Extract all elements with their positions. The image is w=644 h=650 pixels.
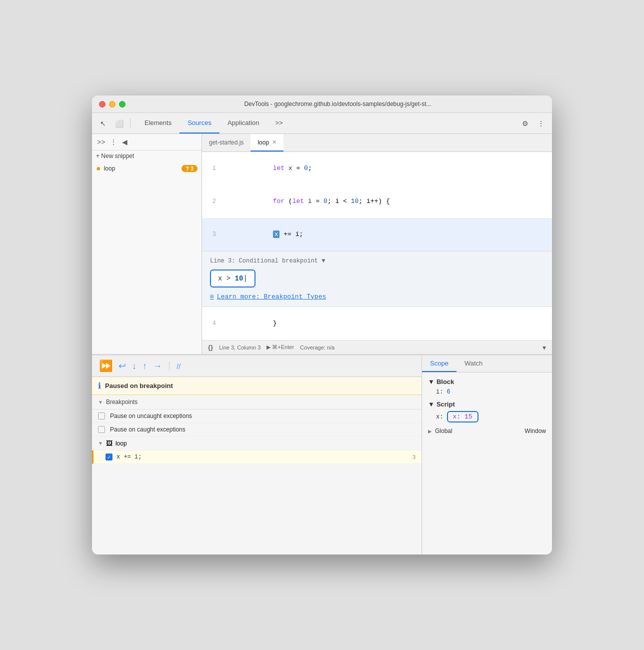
breakpoint-file-header[interactable]: ▼ 🖼 loop [92, 436, 422, 450]
scope-var-i: i: 6 [428, 387, 546, 397]
step-into-button[interactable]: ↓ [131, 360, 138, 372]
devtools-window: DevTools - googlechrome.github.io/devtoo… [92, 96, 552, 554]
breakpoint-code: x += i; [116, 454, 408, 460]
header-right: ⚙ ⋮ [518, 116, 548, 130]
tab-close-icon[interactable]: ✕ [272, 139, 276, 146]
cursor-position: Line 3, Column 3 [219, 344, 260, 350]
run-button[interactable]: ▶ ⌘+Enter [266, 344, 294, 350]
file-icon: ● [96, 164, 101, 173]
x-value-box: x: 15 [447, 411, 478, 422]
bottom-panel: ⏩ ↩ ↓ ↑ → // ℹ Paused on breakpoint ▼ Br… [92, 354, 552, 554]
pause-uncaught-label: Pause on uncaught exceptions [110, 412, 192, 420]
breakpoint-line-num: 3 [412, 454, 416, 460]
scope-tabs: Scope Watch [422, 356, 552, 372]
devtools-header: ↖ ⬜ Elements Sources Application >> ⚙ ⋮ [92, 113, 552, 134]
step-over-button[interactable]: ↩ [118, 360, 127, 372]
pause-uncaught-checkbox[interactable] [98, 412, 105, 420]
code-line-1: 1 let x = 0; [202, 152, 552, 185]
line-number-2: 2 [202, 196, 222, 207]
coverage-label: Coverage: n/a [300, 344, 334, 350]
pause-uncaught-item[interactable]: Pause on uncaught exceptions [92, 410, 422, 423]
step-out-button[interactable]: ↑ [142, 360, 148, 372]
breakpoint-popup: Line 3: Conditional breakpoint ▼ x > 10|… [202, 251, 552, 307]
coverage-dropdown[interactable]: ▾ [542, 344, 546, 352]
info-icon: ℹ [98, 381, 101, 390]
pause-caught-item[interactable]: Pause on caught exceptions [92, 423, 422, 436]
format-braces[interactable]: {} [208, 344, 213, 351]
file-name: loop [104, 165, 178, 172]
resume-button[interactable]: ⏩ [98, 358, 114, 374]
code-line-4: 4 } [202, 307, 552, 340]
status-bar: {} Line 3, Column 3 ▶ ⌘+Enter Coverage: … [202, 340, 552, 354]
tab-scope[interactable]: Scope [422, 356, 456, 372]
new-snippet-button[interactable]: + New snippet [92, 150, 202, 162]
scope-content: ▼ Block i: 6 ▼ Script x: [422, 372, 552, 440]
line-number-1: 1 [202, 163, 222, 174]
pause-caught-label: Pause on caught exceptions [110, 426, 186, 433]
code-line-3: 3 x += i; [202, 218, 552, 251]
scope-section-title-script[interactable]: ▼ Script [428, 399, 546, 410]
global-value: Window [524, 428, 546, 434]
scope-section-script: ▼ Script x: x: 15 [428, 399, 546, 424]
sources-area: >> ⋮ ◀ + New snippet ● loop ? 3 get-st [92, 134, 552, 354]
line-code-3[interactable]: x += i; [222, 218, 552, 251]
line-code-2[interactable]: for (let i = 0; i < 10; i++) { [222, 185, 552, 218]
cursor-icon[interactable]: ↖ [96, 116, 110, 130]
sidebar-menu-icon[interactable]: ⋮ [109, 137, 118, 147]
paused-info-bar: ℹ Paused on breakpoint [92, 377, 422, 395]
maximize-button[interactable] [119, 101, 126, 108]
right-panel: Scope Watch ▼ Block i: 6 [422, 356, 552, 554]
line-number-3: 3 [202, 229, 222, 240]
code-content: 1 let x = 0; 2 for (let i = 0; i < 10; i… [202, 152, 552, 340]
deactivate-breakpoints-icon[interactable]: // [176, 361, 182, 372]
file-small-icon: 🖼 [106, 440, 112, 447]
tab-elements[interactable]: Elements [136, 113, 180, 134]
main-tabs: Elements Sources Application >> [136, 113, 291, 134]
tab-watch[interactable]: Watch [456, 356, 490, 372]
file-toggle-icon: ▼ [98, 440, 103, 446]
device-icon[interactable]: ⬜ [112, 116, 126, 130]
code-tabs: get-started.js loop ✕ [202, 134, 552, 152]
breakpoint-line-item[interactable]: ✓ x += i; 3 [92, 450, 422, 464]
scope-section-block: ▼ Block i: 6 [428, 376, 546, 397]
left-panel: ⏩ ↩ ↓ ↑ → // ℹ Paused on breakpoint ▼ Br… [92, 356, 422, 554]
line-code-1[interactable]: let x = 0; [222, 152, 552, 185]
settings-icon[interactable]: ⚙ [518, 116, 532, 130]
breakpoint-file-name: loop [116, 440, 127, 447]
file-item-loop[interactable]: ● loop ? 3 [92, 162, 202, 176]
tab-application[interactable]: Application [220, 113, 268, 134]
breakpoint-checkbox[interactable]: ✓ [106, 454, 112, 460]
close-button[interactable] [99, 101, 106, 108]
code-tab-loop[interactable]: loop ✕ [250, 134, 284, 152]
breakpoints-label: Breakpoints [106, 398, 138, 406]
code-tab-get-started[interactable]: get-started.js [202, 134, 250, 152]
more-tabs-button[interactable]: >> [268, 113, 291, 134]
breakpoint-input[interactable]: x > 10| [210, 270, 256, 288]
minimize-button[interactable] [109, 101, 116, 108]
sources-sidebar: >> ⋮ ◀ + New snippet ● loop ? 3 [92, 134, 202, 354]
more-options-icon[interactable]: ⋮ [534, 116, 548, 130]
scope-section-title-block[interactable]: ▼ Block [428, 376, 546, 387]
tab-sources[interactable]: Sources [180, 113, 220, 134]
scope-global[interactable]: ▶ Global Window [428, 426, 546, 436]
pause-caught-checkbox[interactable] [98, 426, 105, 433]
section-toggle-icon: ▼ [98, 400, 103, 405]
line-code-4[interactable]: } [222, 307, 552, 340]
line-number-4: 4 [202, 318, 222, 329]
debug-separator [169, 362, 170, 370]
code-area: get-started.js loop ✕ 1 let x = 0; [202, 134, 552, 354]
more-panels-icon[interactable]: >> [96, 137, 106, 147]
back-icon[interactable]: ◀ [121, 137, 128, 147]
bp-popup-header: Line 3: Conditional breakpoint ▼ [210, 258, 544, 264]
title-bar: DevTools - googlechrome.github.io/devtoo… [92, 96, 552, 113]
breakpoint-badge: ? 3 [182, 165, 198, 172]
code-line-2: 2 for (let i = 0; i < 10; i++) { [202, 185, 552, 218]
window-title: DevTools - googlechrome.github.io/devtoo… [130, 100, 545, 108]
learn-more-link[interactable]: ⊙ Learn more: Breakpoint Types [210, 292, 544, 300]
global-label: Global [435, 428, 452, 434]
traffic-lights [99, 101, 126, 108]
step-button[interactable]: → [152, 360, 163, 372]
scope-var-x: x: x: 15 [428, 410, 546, 424]
breakpoints-section-header[interactable]: ▼ Breakpoints [92, 395, 422, 410]
header-separator [130, 118, 130, 128]
